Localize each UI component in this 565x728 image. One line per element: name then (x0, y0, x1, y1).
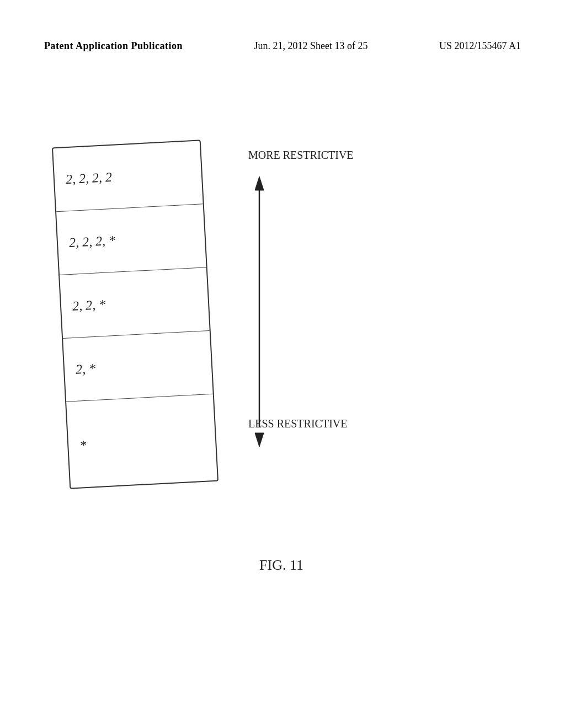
row-text-4: 2, * (75, 361, 95, 377)
row-text-2: 2, 2, 2, * (68, 233, 115, 250)
table-row: 2, * (63, 331, 213, 402)
restrictive-arrow (243, 174, 276, 449)
header-date-sheet: Jun. 21, 2012 Sheet 13 of 25 (254, 40, 368, 52)
labels-container: MORE RESTRICTIVE LESS RESTRICTIVE (243, 143, 408, 485)
header-publication-type: Patent Application Publication (44, 40, 183, 52)
row-text-3: 2, 2, * (72, 297, 105, 313)
table-row: 2, 2, 2, 2 (53, 141, 203, 212)
patent-table: 2, 2, 2, 2 2, 2, 2, * 2, 2, * 2, * * (52, 140, 218, 489)
svg-marker-0 (255, 176, 264, 190)
table-row: 2, 2, 2, * (56, 204, 206, 275)
more-restrictive-label: MORE RESTRICTIVE (248, 149, 354, 162)
row-text-5: * (79, 437, 87, 453)
page-header: Patent Application Publication Jun. 21, … (0, 40, 565, 52)
diagram-area: 2, 2, 2, 2 2, 2, 2, * 2, 2, * 2, * * MOR… (33, 110, 530, 607)
row-text-1: 2, 2, 2, 2 (65, 169, 112, 186)
table-row: 2, 2, * (60, 267, 210, 339)
header-patent-number: US 2012/155467 A1 (439, 40, 521, 52)
svg-marker-2 (255, 433, 264, 447)
less-restrictive-label: LESS RESTRICTIVE (248, 417, 347, 430)
table-row: * (66, 394, 217, 490)
figure-label: FIG. 11 (259, 557, 303, 574)
